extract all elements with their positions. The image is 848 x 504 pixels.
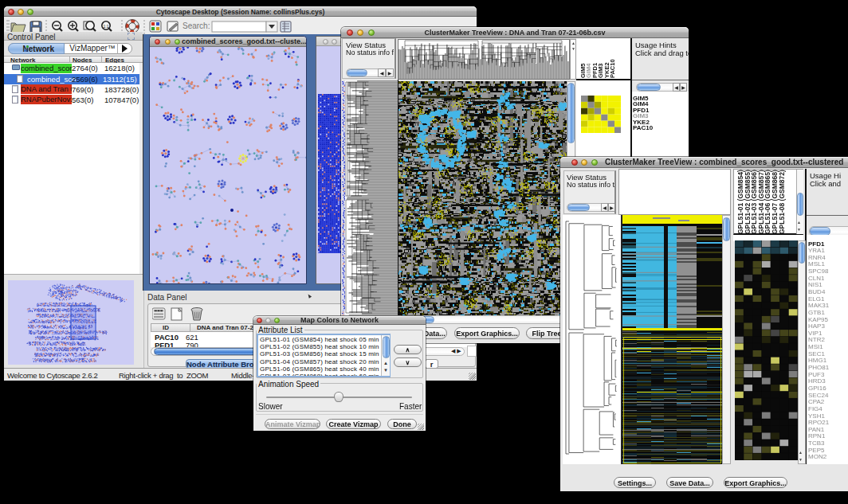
svg-text:1:1: 1:1 <box>104 24 109 29</box>
svg-text:Search:: Search: <box>183 21 210 30</box>
